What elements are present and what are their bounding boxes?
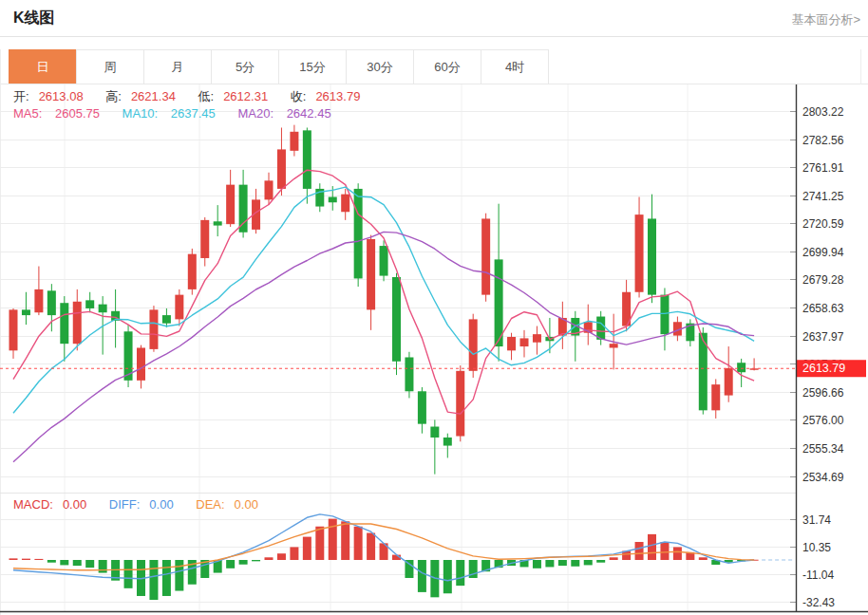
low-label: 低: <box>198 89 215 103</box>
price-axis-label: 2534.69 <box>802 471 844 484</box>
price-axis-label: 2720.59 <box>802 217 844 231</box>
diff-label: DIFF: <box>109 497 141 512</box>
ma20-value: 2642.45 <box>287 106 331 121</box>
dea-value: 0.00 <box>235 497 258 512</box>
price-axis-label: 2699.94 <box>802 246 844 259</box>
macd-bar <box>596 560 605 563</box>
macd-bar <box>456 560 464 586</box>
candle <box>418 391 426 423</box>
candle <box>430 427 439 438</box>
macd-axis-label: -11.04 <box>802 568 834 582</box>
macd-bar <box>290 547 298 560</box>
price-axis-label: 2637.97 <box>802 330 844 344</box>
open-value: 2613.08 <box>39 89 84 103</box>
macd-bar <box>571 560 579 567</box>
macd-bar <box>73 560 82 566</box>
candle <box>22 309 30 315</box>
macd-bar <box>584 560 593 565</box>
macd-bar <box>149 560 158 600</box>
macd-bar <box>22 559 30 560</box>
candle <box>533 334 541 343</box>
candle <box>380 246 388 276</box>
macd-bar <box>648 534 656 560</box>
candle <box>34 289 43 312</box>
price-axis-label: 2782.56 <box>802 134 844 147</box>
candle <box>290 132 298 151</box>
kline-page: K线图 基本面分析> 日周月5分15分30分60分4时 2803.222782.… <box>0 0 868 615</box>
close-value: 2613.79 <box>315 89 360 103</box>
macd-bar <box>341 521 349 560</box>
candle <box>85 300 94 308</box>
candle <box>47 290 56 315</box>
macd-label: MACD: <box>13 497 53 512</box>
macd-bar <box>47 560 56 563</box>
candle <box>99 305 107 313</box>
price-axis-label: 2576.00 <box>802 414 844 427</box>
macd-bar <box>252 560 260 561</box>
candle <box>596 317 605 340</box>
macd-bar <box>239 560 248 565</box>
macd-bar <box>699 557 708 560</box>
candle <box>214 221 222 225</box>
candle <box>660 295 669 335</box>
macd-bar <box>635 542 644 560</box>
candle <box>60 303 68 344</box>
macd-bar <box>354 527 363 560</box>
candle <box>200 220 209 258</box>
macd-axis-label: -32.43 <box>802 596 835 609</box>
candle <box>405 357 413 391</box>
ma20-label: MA20: <box>237 106 274 121</box>
candle <box>73 302 82 344</box>
macd-axis-label: 31.74 <box>802 513 831 527</box>
candle <box>520 338 529 346</box>
macd-bar <box>545 560 554 567</box>
macd-bar <box>558 560 567 566</box>
dea-label: DEA: <box>196 497 224 512</box>
macd-bar <box>99 560 107 573</box>
candle <box>711 384 720 410</box>
candle <box>175 295 183 320</box>
candle <box>456 371 464 437</box>
candle <box>737 363 745 372</box>
open-label: 开: <box>13 89 29 103</box>
ma5-label: MA5: <box>13 106 42 121</box>
price-axis-label: 2803.22 <box>802 105 844 119</box>
macd-value: 0.00 <box>63 497 86 512</box>
candle <box>188 254 197 289</box>
macd-bar <box>175 560 183 591</box>
candle <box>239 185 248 233</box>
price-axis-label: 2658.63 <box>802 302 844 315</box>
macd-histogram <box>9 519 759 600</box>
macd-bar <box>315 527 324 560</box>
macd-bar <box>162 560 171 596</box>
candle <box>341 195 349 213</box>
macd-bar <box>660 542 669 560</box>
close-label: 收: <box>291 89 307 103</box>
macd-bar <box>610 557 618 560</box>
macd-axis-label: 10.35 <box>802 541 831 554</box>
price-axis-label: 2761.91 <box>802 161 844 175</box>
macd-bar <box>9 558 18 560</box>
macd-bar <box>265 557 274 560</box>
macd-bar <box>405 560 413 578</box>
current-price-tag-text: 2613.79 <box>802 362 845 375</box>
candle <box>9 309 18 350</box>
candle <box>149 309 158 349</box>
candle <box>481 218 490 294</box>
macd-bar <box>34 559 43 560</box>
macd-bar <box>443 560 452 593</box>
macd-bar <box>303 537 311 560</box>
candle <box>648 218 656 294</box>
high-label: 高: <box>105 89 122 103</box>
macd-bar <box>418 560 426 592</box>
candle <box>354 189 363 279</box>
candle <box>507 337 516 350</box>
macd-bar <box>329 519 337 560</box>
candle <box>725 368 733 396</box>
ma10-label: MA10: <box>123 106 159 121</box>
macd-bar <box>367 533 375 560</box>
candle <box>265 180 274 199</box>
high-value: 2621.34 <box>131 89 176 103</box>
candle <box>303 130 311 189</box>
candle <box>469 319 478 370</box>
